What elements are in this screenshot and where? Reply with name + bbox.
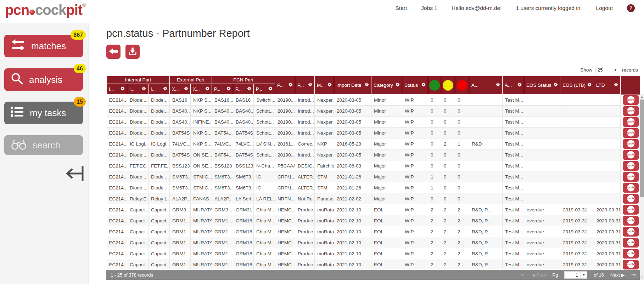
cell: R&D: [469, 138, 503, 149]
column-header[interactable]: P...: [212, 84, 233, 95]
cell: [560, 95, 594, 106]
column-header[interactable]: P...: [295, 76, 315, 95]
column-header[interactable]: A...: [469, 76, 503, 95]
smartpcn-button[interactable]: smartPCN: [623, 227, 639, 237]
column-header[interactable]: LTD: [594, 76, 621, 95]
table-row[interactable]: EC214...Diode:...Diode:...BAS16NXP S...B…: [107, 95, 640, 106]
table-row[interactable]: EC214...Capaci...Capaci...GRM1...MURATAG…: [107, 215, 640, 226]
gear-icon[interactable]: [247, 86, 251, 92]
column-header[interactable]: P...: [254, 84, 275, 95]
smartpcn-button[interactable]: smartPCN: [623, 216, 639, 226]
nav-logout[interactable]: Logout: [596, 5, 613, 11]
column-header[interactable]: Status: [402, 76, 428, 95]
scroll-down-icon[interactable]: ▼: [640, 275, 644, 280]
sidebar-item-matches[interactable]: matches 867: [4, 35, 83, 57]
column-header[interactable]: EOS Status: [524, 76, 560, 95]
gear-icon[interactable]: [554, 83, 558, 88]
column-header[interactable]: X...: [191, 84, 212, 95]
sidebar-item-analysis[interactable]: analysis 46: [4, 68, 83, 91]
table-row[interactable]: EC214...Diode:...Diode:...BAS40...INFINE…: [107, 117, 640, 127]
sidebar-item-my-tasks[interactable]: my tasks 15: [4, 102, 83, 124]
table-row[interactable]: EC214...Capaci...Capaci...GRM1...MURATAG…: [107, 248, 640, 259]
gear-icon[interactable]: [614, 83, 618, 88]
gear-icon[interactable]: [327, 83, 332, 88]
traffic-light-green-column-header[interactable]: [428, 76, 441, 95]
action-column-header[interactable]: [621, 76, 640, 95]
table-row[interactable]: EC214...FET:EC...FET:FE...BSS123ON SE...…: [107, 160, 640, 171]
column-header[interactable]: P...: [275, 76, 295, 95]
smartpcn-button[interactable]: smartPCN: [623, 205, 639, 215]
smartpcn-button[interactable]: smartPCN: [623, 194, 639, 204]
scroll-up-icon[interactable]: ▲: [640, 94, 644, 99]
column-header[interactable]: X...: [170, 84, 191, 95]
first-page-icon[interactable]: ⇤: [521, 272, 525, 278]
vertical-scrollbar[interactable]: ▲ ▼: [640, 94, 644, 280]
gear-icon[interactable]: [142, 86, 146, 92]
table-row[interactable]: EC214...Relay:E...Relay:L...ALA2P...PANA…: [107, 193, 640, 204]
column-header[interactable]: Import Date: [334, 76, 371, 95]
smartpcn-button[interactable]: smartPCN: [623, 249, 639, 259]
gear-icon[interactable]: [184, 86, 188, 92]
traffic-light-red-column-header[interactable]: [455, 76, 469, 95]
column-header[interactable]: P...: [233, 84, 254, 95]
gear-icon[interactable]: [268, 86, 273, 92]
smartpcn-button[interactable]: smartPCN: [623, 128, 639, 138]
gear-icon[interactable]: [365, 83, 369, 88]
column-header[interactable]: Category: [371, 76, 402, 95]
gear-icon[interactable]: [205, 86, 209, 92]
traffic-light-yellow-column-header[interactable]: [441, 76, 455, 95]
nav-start[interactable]: Start: [396, 5, 407, 11]
prev-page-button[interactable]: ◀ Prev: [532, 272, 546, 278]
nav-jobs[interactable]: Jobs 1: [421, 5, 437, 11]
table-row[interactable]: EC214...Diode ...Diode ...SM6T3...STMIC.…: [107, 171, 640, 182]
cell: R&D, R...: [469, 215, 503, 226]
table-row[interactable]: EC214...Diode ...Diode ...SM6T3...STMIC.…: [107, 182, 640, 193]
smartpcn-button[interactable]: smartPCN: [623, 95, 639, 105]
table-row[interactable]: EC214...Diode:...Diode:...BAT54SON SE...…: [107, 149, 640, 160]
table-row[interactable]: EC214...IC Logi...IC Logi...74LVC...NXP …: [107, 138, 640, 149]
cell: Not Re...: [295, 193, 315, 204]
gear-icon[interactable]: [163, 86, 167, 92]
download-button[interactable]: [125, 45, 140, 59]
column-header[interactable]: M..: [315, 76, 334, 95]
next-page-button[interactable]: Next ▶: [610, 272, 625, 278]
smartpcn-button[interactable]: smartPCN: [623, 150, 639, 160]
gear-icon[interactable]: [421, 83, 426, 88]
gear-icon[interactable]: [496, 83, 500, 88]
page-size-select[interactable]: 25 ▼: [595, 66, 619, 74]
table-row[interactable]: EC214...Capaci...Capaci...GRM3...MURATAG…: [107, 204, 640, 215]
column-header[interactable]: I...: [149, 84, 170, 95]
smartpcn-button[interactable]: smartPCN: [623, 161, 639, 171]
column-header[interactable]: I...: [127, 84, 149, 95]
gear-icon[interactable]: [517, 83, 522, 88]
table-row[interactable]: EC214...Capaci...Capaci...GRM1...MURATAG…: [107, 226, 640, 237]
gear-icon[interactable]: [121, 86, 125, 92]
smartpcn-button[interactable]: smartPCN: [623, 260, 639, 269]
column-header[interactable]: A...: [503, 76, 524, 95]
gear-icon[interactable]: [396, 83, 400, 88]
table-row[interactable]: EC214...Diode:...Diode:...BAS40...NXP S.…: [107, 106, 640, 117]
smartpcn-button[interactable]: smartPCN: [623, 139, 639, 149]
smartpcn-button[interactable]: smartPCN: [623, 172, 639, 182]
smartpcn-button[interactable]: smartPCN: [623, 106, 639, 116]
column-header[interactable]: EOS (LTB): [560, 76, 594, 95]
smartpcn-button[interactable]: smartPCN: [623, 238, 639, 248]
table-row[interactable]: EC214...Diode:...Diode:...BAT54SNXP S...…: [107, 127, 640, 138]
cell: muRata: [315, 248, 334, 259]
sidebar-item-search[interactable]: search: [4, 135, 83, 155]
last-page-icon[interactable]: ⇥: [631, 272, 635, 278]
table-row[interactable]: EC214...Capaci...Capaci...GRM1...MURATAG…: [107, 259, 640, 270]
back-button[interactable]: [106, 45, 121, 59]
scrollbar-thumb[interactable]: [640, 100, 644, 197]
smartpcn-button[interactable]: smartPCN: [623, 183, 639, 193]
gear-icon[interactable]: [308, 83, 312, 88]
table-row[interactable]: EC214...Capaci...Capaci...GRM1...MURATAG…: [107, 237, 640, 248]
help-icon[interactable]: ?: [627, 4, 635, 12]
gear-icon[interactable]: [289, 83, 293, 88]
collapse-sidebar-button[interactable]: [63, 164, 85, 184]
gear-icon[interactable]: [226, 86, 231, 92]
gear-icon[interactable]: [587, 83, 592, 88]
column-header[interactable]: I...: [107, 84, 127, 95]
page-number-select[interactable]: 1 ▼: [564, 271, 587, 279]
smartpcn-button[interactable]: smartPCN: [623, 117, 639, 127]
